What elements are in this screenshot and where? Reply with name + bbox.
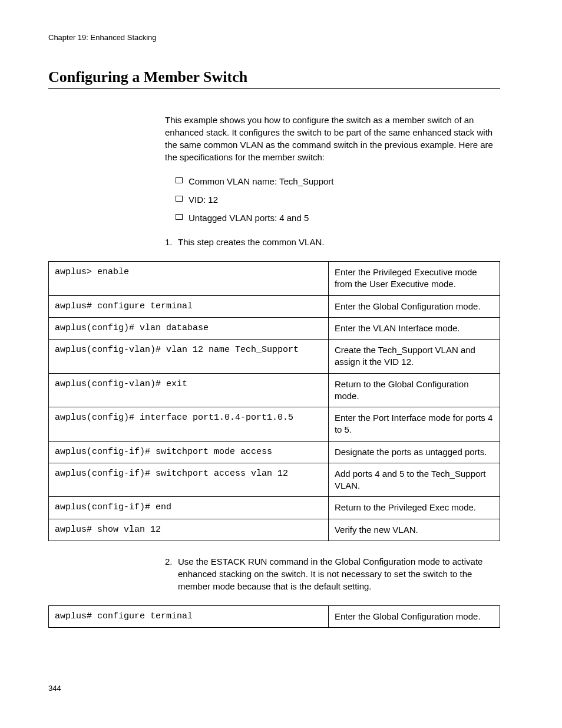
intro-block: This example shows you how to configure … xyxy=(165,114,500,248)
command-cell: awplus(config-if)# switchport access vla… xyxy=(49,463,329,497)
spec-item: VID: 12 xyxy=(176,193,500,206)
description-cell: Return to the Privileged Exec mode. xyxy=(328,497,500,519)
table-row: awplus# configure terminal Enter the Glo… xyxy=(49,295,500,317)
description-cell: Verify the new VLAN. xyxy=(328,519,500,541)
spec-item: Untagged VLAN ports: 4 and 5 xyxy=(176,212,500,224)
command-cell: awplus# configure terminal xyxy=(49,605,329,627)
description-cell: Enter the VLAN Interface mode. xyxy=(328,317,500,339)
step-2: 2. Use the ESTACK RUN command in the Glo… xyxy=(165,555,500,592)
spec-item: Common VLAN name: Tech_Support xyxy=(176,175,500,187)
command-cell: awplus# show vlan 12 xyxy=(49,519,329,541)
table-row: awplus(config-if)# switchport access vla… xyxy=(49,463,500,497)
table-row: awplus(config-vlan)# exit Return to the … xyxy=(49,373,500,407)
section-title: Configuring a Member Switch xyxy=(48,68,500,89)
description-cell: Add ports 4 and 5 to the Tech_Support VL… xyxy=(328,463,500,497)
command-cell: awplus(config-vlan)# exit xyxy=(49,373,329,407)
command-cell: awplus> enable xyxy=(49,262,329,296)
step-number: 1. xyxy=(165,236,173,248)
command-cell: awplus(config-if)# switchport mode acces… xyxy=(49,441,329,463)
table-row: awplus(config-if)# end Return to the Pri… xyxy=(49,497,500,519)
description-cell: Enter the Global Configuration mode. xyxy=(328,295,500,317)
command-cell: awplus# configure terminal xyxy=(49,295,329,317)
description-cell: Designate the ports as untagged ports. xyxy=(328,441,500,463)
description-cell: Return to the Global Configuration mode. xyxy=(328,373,500,407)
command-table-1: awplus> enable Enter the Privileged Exec… xyxy=(48,261,500,541)
table-row: awplus# configure terminal Enter the Glo… xyxy=(49,605,500,627)
page-number: 344 xyxy=(48,684,61,693)
description-cell: Create the Tech_Support VLAN and assign … xyxy=(328,340,500,374)
intro-paragraph: This example shows you how to configure … xyxy=(165,114,500,163)
step-text: Use the ESTACK RUN command in the Global… xyxy=(178,556,482,591)
step-number: 2. xyxy=(165,555,173,568)
command-cell: awplus(config)# vlan database xyxy=(49,317,329,339)
command-table-2: awplus# configure terminal Enter the Glo… xyxy=(48,605,500,628)
table-row: awplus(config-if)# switchport mode acces… xyxy=(49,441,500,463)
step-text: This step creates the common VLAN. xyxy=(178,237,324,247)
description-cell: Enter the Port Interface mode for ports … xyxy=(328,407,500,442)
description-cell: Enter the Global Configuration mode. xyxy=(328,605,500,627)
command-cell: awplus(config-if)# end xyxy=(49,497,329,519)
table-row: awplus(config-vlan)# vlan 12 name Tech_S… xyxy=(49,340,500,374)
chapter-header: Chapter 19: Enhanced Stacking xyxy=(48,33,500,42)
step-list: 2. Use the ESTACK RUN command in the Glo… xyxy=(165,555,500,592)
table-row: awplus(config)# vlan database Enter the … xyxy=(49,317,500,339)
step-list: 1. This step creates the common VLAN. xyxy=(165,236,500,248)
step2-block: 2. Use the ESTACK RUN command in the Glo… xyxy=(165,555,500,592)
table-row: awplus(config)# interface port1.0.4-port… xyxy=(49,407,500,442)
table-row: awplus# show vlan 12 Verify the new VLAN… xyxy=(49,519,500,541)
command-cell: awplus(config-vlan)# vlan 12 name Tech_S… xyxy=(49,340,329,374)
command-cell: awplus(config)# interface port1.0.4-port… xyxy=(49,407,329,442)
table-row: awplus> enable Enter the Privileged Exec… xyxy=(49,262,500,296)
step-1: 1. This step creates the common VLAN. xyxy=(165,236,500,248)
spec-list: Common VLAN name: Tech_Support VID: 12 U… xyxy=(176,175,500,224)
description-cell: Enter the Privileged Executive mode from… xyxy=(328,262,500,296)
